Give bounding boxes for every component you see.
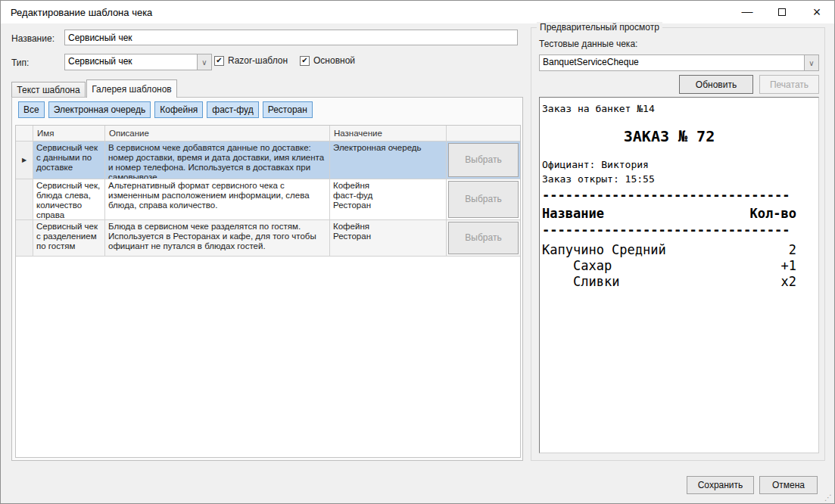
save-button[interactable]: Сохранить — [687, 476, 754, 494]
table-header-name: Имя — [33, 126, 105, 141]
table-header-purpose: Назначение — [330, 126, 447, 141]
row-action-cell: Выбрать — [447, 142, 520, 179]
print-button[interactable]: Печатать — [759, 75, 819, 94]
preview-groupbox: Предварительный просмотр Тестовые данные… — [531, 27, 825, 461]
receipt-col-qty: Кол-во — [750, 206, 796, 221]
receipt-divider: -------------------------------- — [542, 222, 796, 238]
table-row[interactable]: ▶ Сервисный чек с данными по доставке В … — [16, 142, 520, 179]
test-data-value: BanquetServiceCheque — [540, 55, 804, 70]
select-template-button[interactable]: Выбрать — [448, 143, 519, 177]
razor-template-checkbox-label: Razor-шаблон — [228, 55, 288, 66]
table-row[interactable]: Сервисный чек, блюда слева, количество с… — [16, 179, 520, 220]
preview-group-label: Предварительный просмотр — [537, 22, 662, 33]
templates-table: Имя Описание Назначение ▶ Сервисный чек … — [15, 125, 521, 458]
table-header-description: Описание — [105, 126, 330, 141]
main-checkbox[interactable]: ✔ Основной — [300, 55, 355, 66]
receipt-order-title: ЗАКАЗ № 72 — [542, 127, 796, 145]
receipt-item-name: Капучино Средний — [542, 242, 666, 258]
tab-template-gallery[interactable]: Галерея шаблонов — [86, 79, 177, 98]
row-purpose-cell: Электронная очередь — [330, 142, 447, 179]
cancel-button[interactable]: Отмена — [759, 476, 818, 494]
receipt-divider: -------------------------------- — [542, 188, 796, 203]
filter-equeue-button[interactable]: Электронная очередь — [48, 101, 151, 118]
row-description-cell: В сервисном чеке добавятся данные по дос… — [105, 142, 330, 179]
chevron-down-icon[interactable]: ∨ — [804, 55, 818, 70]
chevron-down-icon[interactable]: ∨ — [197, 54, 211, 70]
tab-template-text[interactable]: Текст шаблона — [11, 82, 86, 97]
receipt-item-row: Сахар +1 — [542, 258, 796, 274]
checkbox-check-icon: ✔ — [300, 56, 310, 66]
maximize-button[interactable] — [765, 1, 799, 23]
type-label: Тип: — [11, 58, 29, 68]
gallery-tab-page: Все Электронная очередь Кофейня фаст-фуд… — [11, 97, 523, 461]
row-action-cell: Выбрать — [447, 220, 520, 256]
razor-template-checkbox[interactable]: ✔ Razor-шаблон — [214, 55, 288, 66]
row-selector-arrow-icon: ▶ — [22, 155, 26, 165]
template-name-input[interactable] — [64, 30, 518, 45]
template-type-value: Сервисный чек — [65, 54, 197, 70]
filter-restaurant-button[interactable]: Ресторан — [263, 101, 313, 118]
receipt-columns-header: Название Кол-во — [542, 206, 796, 221]
row-selector-cell — [16, 220, 33, 256]
receipt-item-name: Сливки — [542, 274, 619, 290]
receipt-item-qty: +1 — [781, 258, 796, 274]
row-selector-cell — [16, 179, 33, 219]
table-header-gutter — [16, 126, 33, 141]
receipt-item-qty: x2 — [781, 274, 796, 290]
name-label: Название: — [11, 33, 55, 44]
select-template-button[interactable]: Выбрать — [448, 181, 519, 218]
filter-fastfood-button[interactable]: фаст-фуд — [207, 101, 258, 118]
table-header-row: Имя Описание Назначение — [16, 126, 520, 142]
titlebar: Редактирование шаблона чека — × — [1, 1, 834, 23]
test-data-combobox[interactable]: BanquetServiceCheque ∨ — [539, 54, 819, 71]
receipt-col-name: Название — [542, 206, 604, 221]
receipt-item-row: Сливки x2 — [542, 274, 796, 290]
row-name-cell: Сервисный чек с разделением по гостям — [33, 220, 105, 256]
row-name-cell: Сервисный чек с данными по доставке — [33, 142, 105, 179]
window-title: Редактирование шаблона чека — [11, 7, 152, 18]
template-type-combobox[interactable]: Сервисный чек ∨ — [64, 54, 212, 70]
table-row[interactable]: Сервисный чек с разделением по гостям Бл… — [16, 220, 520, 257]
main-checkbox-label: Основной — [313, 55, 355, 66]
row-description-cell: Блюда в сервисном чеке разделятся по гос… — [105, 220, 330, 256]
row-action-cell: Выбрать — [447, 179, 520, 219]
test-data-label: Тестовые данные чека: — [539, 39, 637, 49]
resize-grip[interactable]: ⋰ — [824, 493, 832, 502]
receipt-preview: Заказ на банкет №14 ЗАКАЗ № 72 Официант:… — [539, 97, 819, 453]
window-controls: — × — [730, 1, 834, 23]
select-template-button[interactable]: Выбрать — [448, 222, 519, 254]
receipt-opened-line: Заказ открыт: 15:55 — [542, 172, 818, 186]
filter-buttons: Все Электронная очередь Кофейня фаст-фуд… — [18, 101, 313, 118]
receipt-items: Капучино Средний 2 Сахар +1 Сливки x2 — [542, 242, 818, 290]
receipt-banquet-line: Заказ на банкет №14 — [542, 101, 818, 116]
checkbox-check-icon: ✔ — [214, 56, 224, 66]
close-icon: × — [813, 5, 821, 20]
receipt-item-name: Сахар — [542, 258, 612, 274]
close-button[interactable]: × — [799, 1, 834, 23]
row-description-cell: Альтернативный формат сервисного чека с … — [105, 179, 330, 219]
receipt-item-row: Капучино Средний 2 — [542, 242, 796, 258]
row-name-cell: Сервисный чек, блюда слева, количество с… — [33, 179, 105, 219]
row-purpose-cell: Кофейня Ресторан — [330, 220, 447, 256]
receipt-item-qty: 2 — [789, 242, 796, 258]
maximize-icon — [778, 8, 786, 16]
edit-cheque-template-dialog: Редактирование шаблона чека — × Название… — [0, 0, 835, 504]
minimize-icon: — — [742, 5, 753, 17]
table-header-action — [447, 126, 520, 141]
filter-all-button[interactable]: Все — [18, 101, 45, 118]
row-purpose-cell: Кофейня фаст-фуд Ресторан — [330, 179, 447, 219]
receipt-waiter-line: Официант: Виктория — [542, 157, 818, 172]
filter-coffee-button[interactable]: Кофейня — [154, 101, 203, 118]
minimize-button[interactable]: — — [730, 1, 765, 23]
row-selector-cell: ▶ — [16, 142, 33, 179]
refresh-button[interactable]: Обновить — [679, 75, 753, 94]
